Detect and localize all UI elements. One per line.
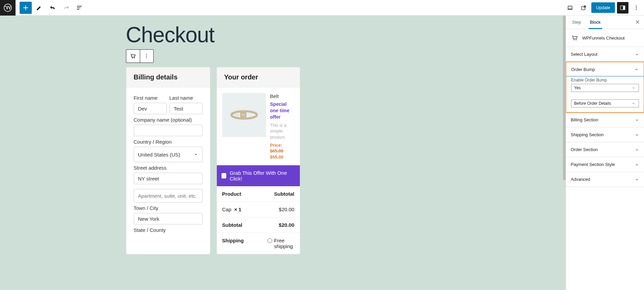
editor-canvas[interactable]: Checkout Billing details First name <box>0 16 566 290</box>
block-toolbar <box>126 49 154 63</box>
block-options-button[interactable] <box>140 50 153 63</box>
edit-mode-button[interactable] <box>33 2 45 14</box>
svg-point-18 <box>574 40 575 41</box>
billing-heading: Billing details <box>126 67 210 88</box>
list-icon <box>76 4 83 11</box>
country-select[interactable]: United States (US) <box>134 147 203 162</box>
state-label: State / County <box>134 227 203 233</box>
panel-payment-section[interactable]: Payment Section Style <box>566 157 644 172</box>
update-button[interactable]: Update <box>591 2 615 13</box>
shipping-option[interactable]: Free shipping <box>267 238 294 249</box>
chevron-down-icon <box>635 177 639 182</box>
bump-cta-bar[interactable]: Grab This Offer With One Click! <box>217 165 300 186</box>
city-label: Town / City <box>134 205 203 211</box>
close-sidebar-button[interactable] <box>635 19 641 26</box>
svg-point-16 <box>235 114 236 115</box>
laptop-icon <box>567 4 573 11</box>
panel-billing-section[interactable]: Billing Section <box>566 113 644 127</box>
view-button[interactable] <box>564 2 576 14</box>
chevron-down-icon <box>635 132 639 137</box>
city-input[interactable] <box>134 213 203 224</box>
redo-button[interactable] <box>60 2 72 14</box>
undo-icon <box>49 4 56 11</box>
subtotal-header: Subtotal <box>274 191 294 197</box>
bump-checkbox[interactable] <box>222 173 227 178</box>
sidebar-icon <box>619 4 626 11</box>
panel-order-bump[interactable]: Order Bump <box>566 62 644 76</box>
bump-product-name: Belt <box>270 93 294 100</box>
page-title[interactable]: Checkout <box>126 22 440 47</box>
chevron-down-icon <box>635 147 639 152</box>
radio-icon[interactable] <box>267 238 272 243</box>
chevron-down-icon <box>635 162 639 167</box>
wordpress-icon <box>4 4 12 12</box>
undo-button[interactable] <box>47 2 59 14</box>
chevron-down-icon <box>635 52 639 57</box>
settings-sidebar: Step Block WPFunnels Checkout Select Lay… <box>566 16 644 290</box>
wordpress-logo[interactable] <box>0 0 16 16</box>
chevron-up-icon <box>634 67 639 72</box>
last-name-label: Last name <box>170 95 203 101</box>
svg-point-10 <box>146 54 147 55</box>
order-bump-box: Belt Special one time offer This is a si… <box>217 88 300 165</box>
order-heading: Your order <box>217 67 300 88</box>
panel-shipping-section[interactable]: Shipping Section <box>566 127 644 142</box>
svg-point-17 <box>233 114 233 114</box>
product-header: Product <box>222 191 241 197</box>
cart-icon <box>571 34 579 42</box>
bump-price: Price: $65.00 $55.00 <box>270 142 294 160</box>
tab-block[interactable]: Block <box>589 16 602 29</box>
panel-order-section[interactable]: Order Section <box>566 142 644 157</box>
shipping-row: Shipping Free shipping <box>217 233 300 254</box>
add-block-button[interactable] <box>20 2 32 14</box>
panel-order-bump-highlighted: Order Bump Enable Order Bump Yes Before … <box>566 62 644 113</box>
bump-position-select[interactable]: Before Order Details <box>571 99 639 107</box>
bump-product-image <box>222 93 266 137</box>
order-table: Product Subtotal Cap × 1 $20.00 Subtotal… <box>217 186 300 254</box>
dots-vertical-icon <box>633 4 640 11</box>
options-button[interactable] <box>630 2 642 14</box>
country-value: United States (US) <box>138 152 180 158</box>
company-label: Company name (optional) <box>134 117 203 123</box>
block-identity: WPFunnels Checkout <box>566 29 644 47</box>
bump-cta-text: Grab This Offer With One Click! <box>230 170 295 182</box>
order-card: Your order Belt <box>216 67 300 255</box>
panel-select-layout[interactable]: Select Layout <box>566 47 644 62</box>
tab-step[interactable]: Step <box>571 16 583 29</box>
billing-card: Billing details First name Last name <box>126 67 210 255</box>
svg-point-12 <box>146 57 147 58</box>
svg-point-5 <box>636 5 637 6</box>
document-overview-button[interactable] <box>74 2 86 14</box>
company-input[interactable] <box>134 125 203 136</box>
scrollbar[interactable] <box>563 16 566 290</box>
first-name-label: First name <box>134 95 167 101</box>
panel-advanced[interactable]: Advanced <box>566 172 644 187</box>
sidebar-tabs: Step Block <box>566 16 644 29</box>
toolbar-left <box>0 0 86 15</box>
close-icon <box>635 19 641 25</box>
bump-offer-text: Special one time offer <box>270 101 294 120</box>
svg-point-6 <box>636 7 637 8</box>
svg-point-9 <box>134 57 135 58</box>
svg-point-15 <box>237 115 238 115</box>
first-name-input[interactable] <box>134 103 167 114</box>
redo-icon <box>62 4 70 11</box>
external-link-icon <box>580 4 587 11</box>
chevron-down-icon <box>635 118 639 122</box>
chevron-down-icon <box>194 152 198 157</box>
enable-bump-select[interactable]: Yes <box>571 84 639 92</box>
svg-rect-4 <box>623 6 625 10</box>
block-type-button[interactable] <box>126 50 140 63</box>
settings-panel-toggle[interactable] <box>617 2 628 14</box>
bump-description: This is a simple product. <box>270 122 294 140</box>
block-name: WPFunnels Checkout <box>582 35 625 41</box>
chevron-down-icon <box>631 86 636 90</box>
street1-input[interactable] <box>134 173 203 184</box>
street-label: Street address <box>134 165 203 171</box>
svg-point-11 <box>146 56 147 56</box>
preview-button[interactable] <box>578 2 589 14</box>
subtotal-row: Subtotal $20.00 <box>217 217 300 233</box>
street2-input[interactable] <box>134 189 203 202</box>
last-name-input[interactable] <box>170 103 203 114</box>
svg-point-7 <box>636 9 637 10</box>
